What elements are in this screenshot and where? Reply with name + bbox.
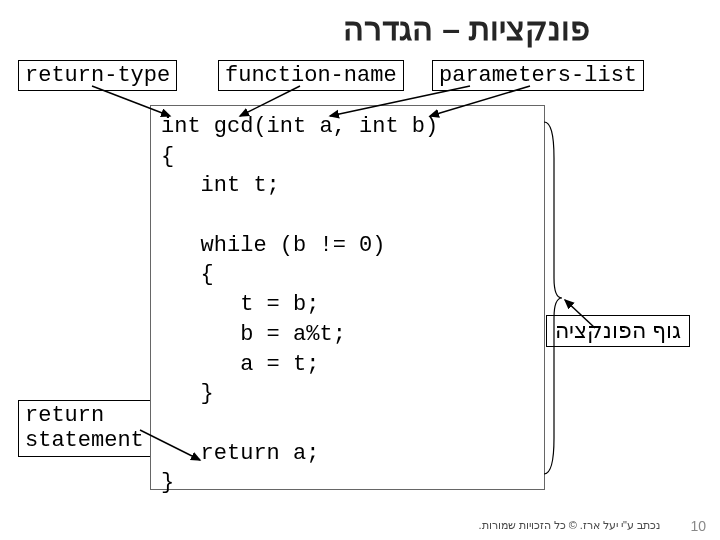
page-number: 10: [690, 518, 706, 534]
return-statement-line1: return: [25, 403, 104, 428]
slide-title: פונקציות – הגדרה: [343, 10, 590, 48]
label-return-statement: return statement: [18, 400, 151, 457]
label-function-body: גוף הפונקציה: [546, 315, 690, 347]
footer-text: נכתב ע"י יעל ארז. © כל הזכויות שמורות.: [478, 519, 660, 532]
return-statement-line2: statement: [25, 428, 144, 453]
label-function-name: function-name: [218, 60, 404, 91]
label-parameters-list: parameters-list: [432, 60, 644, 91]
label-return-type: return-type: [18, 60, 177, 91]
brace-icon: [542, 118, 562, 478]
code-block: int gcd(int a, int b) { int t; while (b …: [150, 105, 545, 490]
